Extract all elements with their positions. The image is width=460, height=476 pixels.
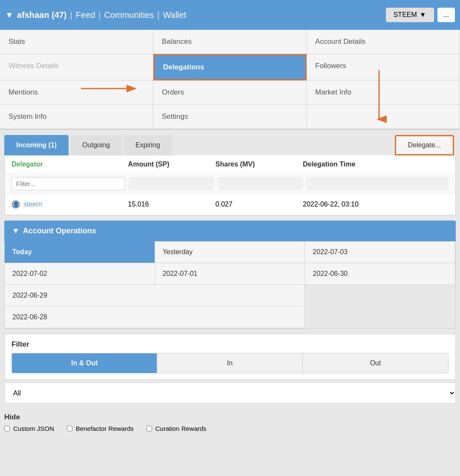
all-select[interactable]: All xyxy=(5,383,455,403)
filter-in-out[interactable]: In & Out xyxy=(12,353,157,373)
account-operations-header: ▼ Account Operations xyxy=(4,221,456,241)
section-title: Account Operations xyxy=(23,227,96,235)
date-2022-06-28[interactable]: 2022-06-28 xyxy=(5,307,305,328)
benefactor-rewards-checkbox[interactable] xyxy=(67,426,72,431)
menu-grid: Stats Balances Account Details Witness D… xyxy=(0,30,460,130)
menu-item-orders[interactable]: Orders xyxy=(153,80,307,105)
select-row: All xyxy=(4,383,456,404)
communities-link[interactable]: Communities xyxy=(104,10,154,20)
delegator-link[interactable]: steem xyxy=(23,201,42,208)
wallet-link[interactable]: Wallet xyxy=(163,10,186,20)
tab-incoming[interactable]: Incoming (1) xyxy=(4,135,69,155)
col-delegator: Delegator xyxy=(12,161,128,168)
col-shares: Shares (MV) xyxy=(216,161,303,168)
tab-expiring[interactable]: Expiring xyxy=(124,135,172,155)
hide-label: Hide xyxy=(4,413,456,422)
filter-section: Filter In & Out In Out xyxy=(4,334,456,380)
menu-item-empty xyxy=(307,105,460,129)
menu-item-account-details[interactable]: Account Details xyxy=(307,30,460,54)
table-filter-row xyxy=(5,174,455,194)
shares-filter-cell xyxy=(218,177,303,190)
date-grid: Today Yesterday 2022-07-03 2022-07-02 20… xyxy=(4,241,456,329)
hide-section: Hide Custom JSON Benefactor Rewards Cura… xyxy=(4,409,456,436)
date-yesterday[interactable]: Yesterday xyxy=(155,241,305,263)
checkbox-row: Custom JSON Benefactor Rewards Curation … xyxy=(4,425,456,432)
menu-item-settings[interactable]: Settings xyxy=(153,105,307,129)
menu-item-followers[interactable]: Followers xyxy=(307,54,460,80)
topbar: ▼ afshaan (47) | Feed | Communities | Wa… xyxy=(0,0,460,30)
menu-item-mentions[interactable]: Mentions xyxy=(0,80,153,105)
date-2022-06-30[interactable]: 2022-06-30 xyxy=(305,263,455,285)
custom-json-checkbox[interactable] xyxy=(4,426,10,431)
date-today[interactable]: Today xyxy=(5,241,155,263)
topbar-right: STEEM ▼ ... xyxy=(386,8,455,22)
hide-custom-json[interactable]: Custom JSON xyxy=(4,425,54,432)
delegation-table: Delegator Amount (SP) Shares (MV) Delega… xyxy=(4,155,456,215)
date-2022-07-01[interactable]: 2022-07-01 xyxy=(155,263,305,285)
filter-out[interactable]: Out xyxy=(303,353,448,373)
section-triangle[interactable]: ▼ xyxy=(12,227,20,235)
time-cell: 2022-06-22, 03:10 xyxy=(303,201,448,208)
username[interactable]: afshaan (47) xyxy=(17,10,67,20)
steem-button[interactable]: STEEM ▼ xyxy=(386,8,434,22)
menu-item-balances[interactable]: Balances xyxy=(153,30,307,54)
delegator-filter[interactable] xyxy=(12,177,125,190)
table-header: Delegator Amount (SP) Shares (MV) Delega… xyxy=(5,155,455,174)
dots-button[interactable]: ... xyxy=(437,8,455,22)
col-time: Delegation Time xyxy=(303,161,448,168)
hide-curation-rewards[interactable]: Curation Rewards xyxy=(147,425,207,432)
curation-rewards-checkbox[interactable] xyxy=(147,426,152,431)
menu-item-system-info[interactable]: System Info xyxy=(0,105,153,129)
filter-in[interactable]: In xyxy=(157,353,302,373)
shares-cell: 0.027 xyxy=(216,201,303,208)
table-row: 👤 steem 15.016 0.027 2022-06-22, 03:10 xyxy=(5,194,455,215)
hide-benefactor-rewards[interactable]: Benefactor Rewards xyxy=(67,425,134,432)
menu-item-witness-details[interactable]: Witness Details xyxy=(0,54,153,80)
amount-cell: 15.016 xyxy=(128,201,216,208)
topbar-triangle[interactable]: ▼ xyxy=(5,10,14,20)
delegation-tabs: Incoming (1) Outgoing Expiring Delegate.… xyxy=(4,135,456,155)
time-filter-cell xyxy=(306,177,448,190)
date-2022-06-29[interactable]: 2022-06-29 xyxy=(5,285,305,307)
delegator-cell: 👤 steem xyxy=(12,200,128,209)
col-amount: Amount (SP) xyxy=(128,161,216,168)
menu-item-stats[interactable]: Stats xyxy=(0,30,153,54)
menu-item-delegations[interactable]: Delegations xyxy=(153,54,307,80)
feed-link[interactable]: Feed xyxy=(76,10,95,20)
menu-item-market-info[interactable]: Market Info xyxy=(307,80,460,105)
topbar-left: ▼ afshaan (47) | Feed | Communities | Wa… xyxy=(5,10,386,20)
user-icon: 👤 xyxy=(12,200,20,209)
date-2022-07-03[interactable]: 2022-07-03 xyxy=(305,241,455,263)
filter-buttons: In & Out In Out xyxy=(12,353,448,373)
filter-label: Filter xyxy=(12,340,448,349)
tab-outgoing[interactable]: Outgoing xyxy=(70,135,122,155)
tab-delegate[interactable]: Delegate... xyxy=(395,135,454,155)
amount-filter-cell xyxy=(129,177,214,190)
date-2022-07-02[interactable]: 2022-07-02 xyxy=(5,263,155,285)
